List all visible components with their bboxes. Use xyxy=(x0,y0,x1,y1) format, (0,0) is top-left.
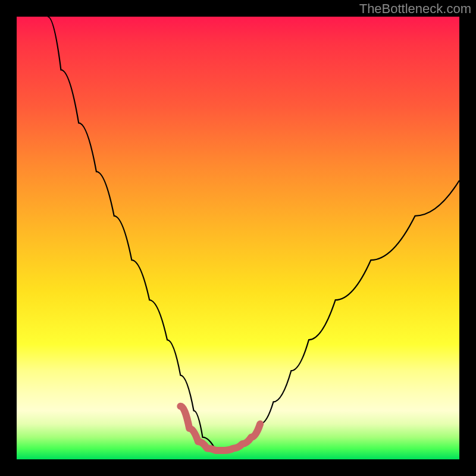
plot-area xyxy=(17,17,459,459)
chart-frame: TheBottleneck.com xyxy=(0,0,476,476)
watermark: TheBottleneck.com xyxy=(359,1,471,17)
curve-layer xyxy=(17,17,459,459)
optimal-zone-curve xyxy=(180,406,260,450)
bottleneck-curve xyxy=(48,17,459,450)
